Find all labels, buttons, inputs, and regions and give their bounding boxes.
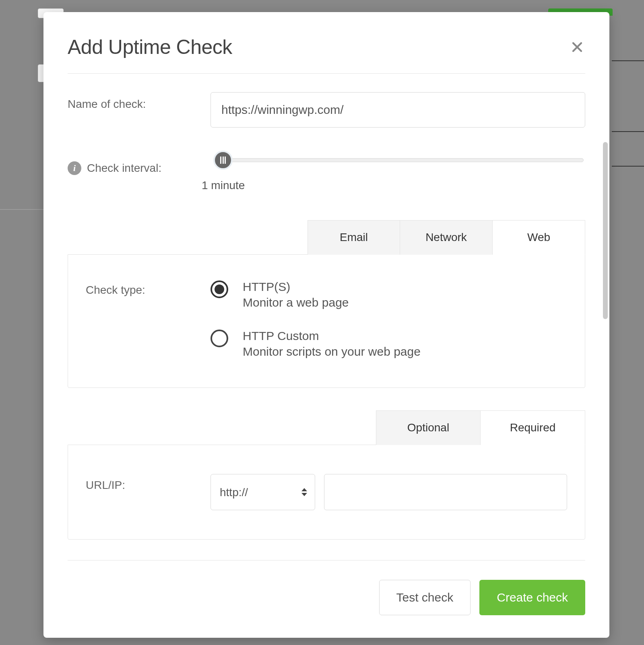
tab-network[interactable]: Network (400, 220, 493, 255)
bg-line (612, 166, 644, 167)
spacer (68, 540, 585, 560)
tab-email[interactable]: Email (308, 220, 400, 255)
interval-slider[interactable] (222, 158, 584, 162)
radio-text-group: HTTP Custom Monitor scripts on your web … (243, 328, 421, 359)
radio-title: HTTP(S) (243, 279, 349, 295)
radio-subtitle: Monitor a web page (243, 295, 349, 310)
interval-value: 1 minute (202, 179, 585, 192)
radio-https[interactable]: HTTP(S) Monitor a web page (211, 279, 567, 310)
create-check-button[interactable]: Create check (479, 580, 585, 615)
tab-web[interactable]: Web (493, 220, 585, 255)
control-name-of-check (211, 92, 585, 128)
radio-subtitle: Monitor scripts on your web page (243, 344, 421, 359)
url-input[interactable] (324, 474, 567, 510)
bg-line (0, 209, 43, 210)
url-controls: http:// (211, 474, 567, 510)
add-uptime-check-modal: Add Uptime Check Name of check: i Check … (43, 12, 609, 638)
close-icon (571, 41, 583, 53)
label-url-ip: URL/IP: (86, 474, 211, 492)
radio-indicator-unchecked (211, 330, 228, 347)
name-of-check-input[interactable] (211, 92, 585, 128)
info-icon[interactable]: i (68, 161, 81, 175)
radio-text-group: HTTP(S) Monitor a web page (243, 279, 349, 310)
tab-optional[interactable]: Optional (376, 410, 481, 445)
modal-title: Add Uptime Check (68, 35, 232, 59)
row-check-interval: i Check interval: 1 minute (68, 156, 585, 192)
scrollbar-thumb[interactable] (603, 142, 608, 319)
modal-footer: Test check Create check (43, 561, 609, 638)
row-url-ip: URL/IP: http:// (86, 474, 567, 510)
slider-thumb[interactable] (213, 150, 233, 170)
label-text: Check interval: (87, 162, 161, 175)
category-tabs: Email Network Web (68, 220, 585, 255)
radio-dot (215, 284, 224, 294)
label-name-of-check: Name of check: (68, 92, 211, 111)
radio-indicator-checked (211, 280, 228, 298)
check-type-pane: Check type: HTTP(S) Monitor a web page (68, 254, 585, 388)
radio-http-custom[interactable]: HTTP Custom Monitor scripts on your web … (211, 328, 567, 359)
label-check-interval: i Check interval: (68, 156, 211, 175)
field-tabs: Optional Required (68, 410, 585, 445)
url-pane: URL/IP: http:// (68, 445, 585, 540)
modal-header: Add Uptime Check (43, 12, 609, 73)
test-check-button[interactable]: Test check (379, 580, 471, 615)
label-text: Name of check: (68, 98, 146, 111)
bg-line (612, 60, 644, 61)
close-button[interactable] (569, 39, 585, 55)
tab-required[interactable]: Required (481, 410, 585, 445)
modal-body: Name of check: i Check interval: 1 minut… (43, 74, 609, 560)
bg-line (612, 131, 644, 132)
row-check-type: Check type: HTTP(S) Monitor a web page (86, 279, 567, 359)
label-check-type: Check type: (86, 279, 211, 297)
control-check-interval: 1 minute (211, 156, 585, 192)
row-name-of-check: Name of check: (68, 92, 585, 128)
check-type-options: HTTP(S) Monitor a web page HTTP Custom M… (211, 279, 567, 359)
radio-title: HTTP Custom (243, 328, 421, 344)
protocol-select[interactable]: http:// (211, 474, 315, 510)
protocol-select-wrap: http:// (211, 474, 315, 510)
